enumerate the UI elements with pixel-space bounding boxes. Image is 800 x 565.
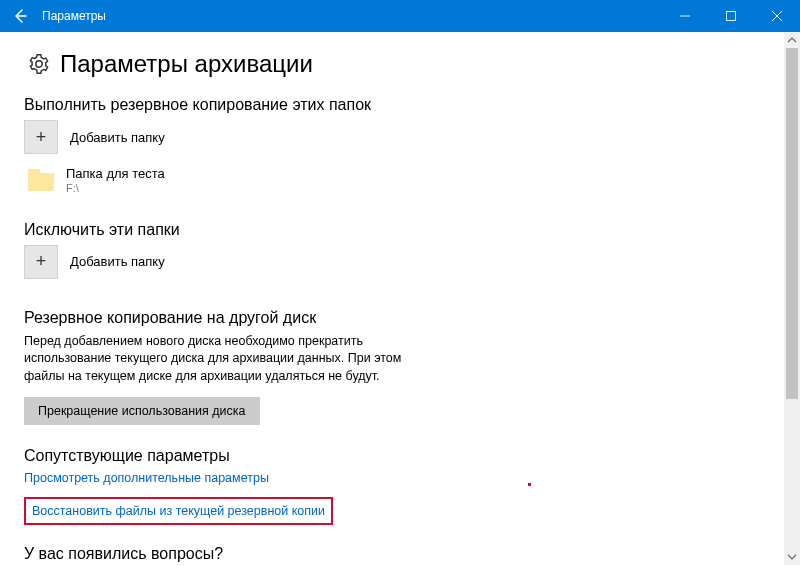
page-title: Параметры архивации	[60, 50, 313, 78]
help-heading: У вас появились вопросы?	[24, 545, 776, 563]
close-button[interactable]	[754, 0, 800, 32]
maximize-button[interactable]	[708, 0, 754, 32]
plus-icon: +	[24, 245, 58, 279]
content-area: Параметры архивации Выполнить резервное …	[0, 32, 800, 565]
maximize-icon	[726, 11, 736, 21]
window-controls	[662, 0, 800, 32]
scroll-track[interactable]	[784, 48, 800, 549]
other-drive-heading: Резервное копирование на другой диск	[24, 309, 776, 327]
minimize-icon	[680, 11, 690, 21]
annotation-dot	[528, 483, 531, 486]
title-bar: Параметры	[0, 0, 800, 32]
window-title: Параметры	[42, 9, 662, 23]
scroll-content: Параметры архивации Выполнить резервное …	[0, 32, 800, 565]
vertical-scrollbar[interactable]	[784, 32, 800, 565]
folder-path: F:\	[66, 182, 165, 195]
back-button[interactable]	[0, 0, 40, 32]
minimize-button[interactable]	[662, 0, 708, 32]
backup-folders-heading: Выполнить резервное копирование этих пап…	[24, 96, 776, 114]
chevron-up-icon	[787, 35, 797, 45]
add-exclude-folder-label: Добавить папку	[70, 254, 165, 269]
exclude-folders-heading: Исключить эти папки	[24, 221, 776, 239]
arrow-left-icon	[12, 8, 28, 24]
chevron-down-icon	[787, 552, 797, 562]
close-icon	[772, 11, 782, 21]
other-drive-body: Перед добавлением нового диска необходим…	[24, 333, 424, 386]
stop-using-drive-button[interactable]: Прекращение использования диска	[24, 397, 260, 425]
backup-folder-item[interactable]: Папка для теста F:\	[28, 166, 776, 195]
scroll-thumb[interactable]	[786, 48, 798, 399]
folder-name: Папка для теста	[66, 166, 165, 182]
plus-icon: +	[24, 120, 58, 154]
folder-icon	[28, 169, 54, 191]
add-backup-folder-button[interactable]: + Добавить папку	[24, 120, 776, 154]
scroll-up-button[interactable]	[784, 32, 800, 48]
svg-rect-0	[727, 12, 736, 21]
link-advanced-settings[interactable]: Просмотреть дополнительные параметры	[24, 471, 776, 485]
add-backup-folder-label: Добавить папку	[70, 130, 165, 145]
scroll-down-button[interactable]	[784, 549, 800, 565]
link-restore-files[interactable]: Восстановить файлы из текущей резервной …	[24, 497, 333, 525]
folder-text: Папка для теста F:\	[66, 166, 165, 195]
related-heading: Сопутствующие параметры	[24, 447, 776, 465]
page-header: Параметры архивации	[28, 50, 776, 78]
gear-icon	[28, 53, 50, 75]
add-exclude-folder-button[interactable]: + Добавить папку	[24, 245, 776, 279]
